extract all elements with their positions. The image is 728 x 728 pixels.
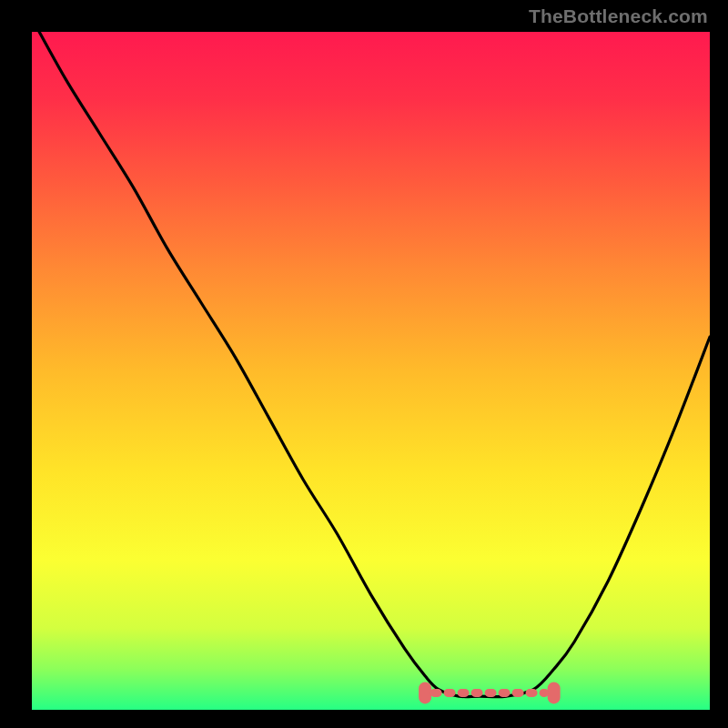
svg-rect-2 xyxy=(548,682,561,703)
svg-rect-1 xyxy=(419,682,431,703)
bottleneck-curve xyxy=(32,32,710,710)
attribution-text: TheBottleneck.com xyxy=(529,5,708,27)
plot-area xyxy=(32,32,710,710)
chart-frame: TheBottleneck.com xyxy=(0,0,728,728)
